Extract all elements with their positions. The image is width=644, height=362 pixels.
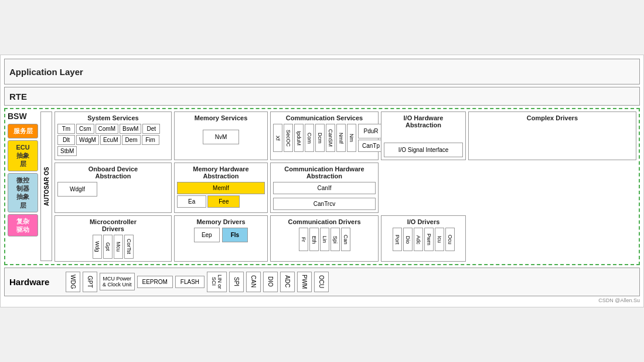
onboard-items: WdgIf bbox=[57, 182, 169, 197]
onboard-device: Onboard DeviceAbstraction WdgIf bbox=[54, 163, 172, 213]
comm-hw-items: CanIf CanTrcv bbox=[273, 182, 376, 210]
item-comm: ComM bbox=[96, 124, 118, 134]
system-services-items: Tm Csm ComM BswM Det Dlt WdgM EcuM Dem F… bbox=[57, 124, 169, 156]
item-nmif: NmIf bbox=[336, 124, 346, 152]
item-memif: MemIf bbox=[177, 182, 265, 194]
memory-drivers-items: Eep Fls bbox=[177, 228, 265, 242]
comm-hw-title: Communication Hardware Abstraction bbox=[273, 165, 376, 180]
item-eth: Eth bbox=[309, 228, 319, 251]
item-secocc: SecOC bbox=[284, 124, 293, 152]
complex-space bbox=[468, 163, 636, 213]
hardware-items: WDG GPT MCU Power& Clock Unit EEPROM FLA… bbox=[66, 272, 635, 292]
hw-adc: ADC bbox=[280, 272, 295, 292]
item-det: Det bbox=[142, 124, 160, 134]
memory-drivers-title: Memory Drivers bbox=[177, 218, 265, 225]
item-dcm: Dcm bbox=[315, 124, 325, 152]
item-wdgif: WdgIf bbox=[57, 182, 97, 197]
item-spi: Spi bbox=[330, 228, 340, 251]
hw-flash: FLASH bbox=[175, 276, 205, 288]
memory-drivers: Memory Drivers Eep Fls bbox=[174, 215, 268, 261]
hw-can: CAN bbox=[246, 272, 261, 292]
hw-ocu: OCU bbox=[314, 272, 329, 292]
item-ecum: EcuM bbox=[100, 135, 121, 145]
tag-complex-drive: 复杂驱动 bbox=[8, 214, 38, 237]
item-eep: Eep bbox=[194, 228, 220, 242]
watermark: CSDN @Allen.Su bbox=[4, 297, 640, 303]
comm-hw-abstraction: Communication Hardware Abstraction CanIf… bbox=[270, 163, 379, 213]
item-ipdum: IpduM bbox=[294, 124, 304, 152]
hardware-title: Hardware bbox=[9, 277, 56, 287]
item-can: Can bbox=[341, 228, 350, 251]
item-lin: Lin bbox=[320, 228, 329, 251]
memory-hw-abstraction: Memory Hardware Abstraction MemIf Ea Fee bbox=[174, 163, 268, 213]
system-services: System Services Tm Csm ComM BswM Det Dlt… bbox=[54, 111, 172, 160]
item-wdg: Wdg bbox=[93, 235, 102, 258]
comm-drivers: Communication Drivers Fr Eth Lin Spi Can bbox=[270, 215, 379, 261]
io-drivers-title: I/O Drivers bbox=[384, 218, 463, 225]
hw-spi: SPI bbox=[229, 272, 244, 292]
bsw-left: BSW 服务层 ECU抽象层 微控制器抽象层 复杂驱动 bbox=[8, 111, 38, 261]
hw-lin-sci: LIN orSCI bbox=[207, 272, 227, 292]
item-fls: Fls bbox=[222, 228, 248, 242]
main-container: Application Layer RTE BSW 服务层 ECU抽象层 微控制… bbox=[0, 55, 644, 307]
item-com: Com bbox=[305, 124, 314, 152]
hw-dio: DIO bbox=[263, 272, 278, 292]
item-icu: Icu bbox=[435, 228, 444, 251]
item-port: Port bbox=[393, 228, 402, 251]
memory-services-title: Memory Services bbox=[195, 114, 248, 121]
system-services-title: System Services bbox=[57, 114, 169, 121]
hardware-layer: Hardware WDG GPT MCU Power& Clock Unit E… bbox=[4, 268, 640, 296]
onboard-title: Onboard DeviceAbstraction bbox=[57, 165, 169, 180]
item-cantrcv: CanTrcv bbox=[273, 198, 376, 210]
item-dlt: Dlt bbox=[57, 135, 75, 145]
item-dio: Dio bbox=[403, 228, 413, 251]
memory-hw-title: Memory Hardware Abstraction bbox=[177, 165, 265, 180]
hw-mcu-power: MCU Power& Clock Unit bbox=[100, 273, 135, 290]
complex-drivers-title: Complex Drivers bbox=[471, 114, 633, 121]
item-adc: Adc bbox=[414, 228, 423, 251]
item-csm: Csm bbox=[76, 124, 94, 134]
bsw-area: BSW 服务层 ECU抽象层 微控制器抽象层 复杂驱动 AUTOSAR OS S… bbox=[4, 108, 640, 265]
item-stbm: StbM bbox=[57, 146, 77, 156]
app-layer: Application Layer bbox=[4, 59, 640, 84]
rte-layer: RTE bbox=[4, 87, 640, 106]
micro-title: MicrocontrollerDrivers bbox=[57, 218, 169, 232]
item-nvm: NvM bbox=[203, 130, 240, 144]
tag-ecu-abstraction: ECU抽象层 bbox=[8, 140, 38, 171]
item-cansm: CanSM bbox=[326, 124, 335, 152]
item-nm: Nm bbox=[347, 124, 356, 152]
micro-items: Wdg Gpt Mcu CorTst bbox=[57, 235, 169, 258]
comm-services-title: Communication Services bbox=[273, 114, 376, 121]
hw-wdg: WDG bbox=[66, 272, 80, 292]
io-drivers: I/O Drivers Port Dio Adc Pwm Icu Ocu bbox=[381, 215, 466, 261]
item-fim: Fim bbox=[142, 135, 159, 145]
item-xf: Xf bbox=[273, 124, 282, 152]
rte-title: RTE bbox=[9, 92, 27, 102]
item-pwm: Pwm bbox=[424, 228, 434, 251]
item-cortst: CorTst bbox=[124, 235, 134, 258]
hw-pwm: PWM bbox=[297, 272, 312, 292]
item-gpt: Gpt bbox=[103, 235, 113, 258]
app-layer-title: Application Layer bbox=[9, 67, 83, 77]
io-driver-items: Port Dio Adc Pwm Icu Ocu bbox=[384, 228, 463, 251]
complex-drivers: Complex Drivers bbox=[468, 111, 636, 160]
item-wdgm: WdgM bbox=[76, 135, 99, 145]
item-pdur: PduR bbox=[358, 124, 384, 138]
item-cantp: CanTp bbox=[358, 140, 384, 152]
comm-services: Communication Services Xf SecOC IpduM Co… bbox=[270, 111, 379, 160]
comm-driver-items: Fr Eth Lin Spi Can bbox=[273, 228, 376, 251]
tag-micro-abstraction: 微控制器抽象层 bbox=[8, 173, 38, 212]
bsw-label: BSW bbox=[8, 111, 38, 121]
microcontroller-drivers: MicrocontrollerDrivers Wdg Gpt Mcu CorTs… bbox=[54, 215, 172, 261]
hw-gpt: GPT bbox=[83, 272, 97, 292]
io-hw-abstraction: I/O HardwareAbstraction I/O Signal Inter… bbox=[381, 111, 466, 160]
item-ea: Ea bbox=[177, 195, 206, 208]
comm-drivers-title: Communication Drivers bbox=[273, 218, 376, 225]
item-bswm: BswM bbox=[120, 124, 141, 134]
item-ocu: Ocu bbox=[445, 228, 455, 251]
item-canif: CanIf bbox=[273, 182, 376, 194]
memory-hw-items: MemIf Ea Fee bbox=[177, 182, 265, 208]
item-tm: Tm bbox=[57, 124, 75, 134]
complex-driver-space bbox=[468, 215, 636, 261]
item-io-signal: I/O Signal Interface bbox=[384, 143, 463, 157]
